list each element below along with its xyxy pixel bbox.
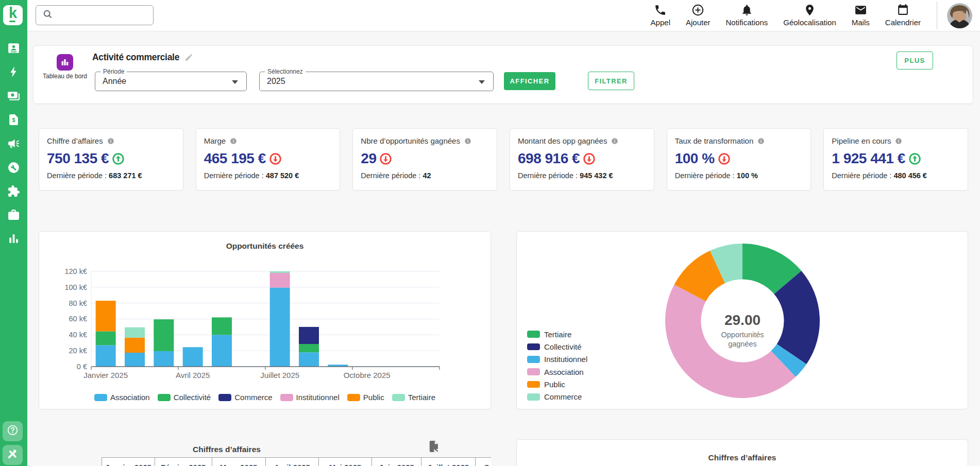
topbar-action-envelope[interactable]: Mails [852,4,870,27]
legend-label: Association [110,393,150,402]
chevron-down-icon [479,80,485,84]
kpi-card: Marge465 195 €Dernière période : 487 520… [196,128,341,191]
bar-segment-association[interactable] [183,347,203,367]
bar-segment-tertiaire[interactable] [270,271,290,273]
table-section-title: Chiffres d’affaires [39,445,415,454]
legend-chip [527,343,540,351]
sidebar-footer-help[interactable] [3,421,23,441]
legend-item-collectivité[interactable]: Collectivité [527,343,587,350]
bar-segment-collectivité[interactable] [96,331,116,345]
bar-segment-collectivité[interactable] [299,344,319,352]
svg-text:60 k€: 60 k€ [69,315,87,323]
bar-segment-tertiaire[interactable] [125,327,145,338]
kpi-card: Pipeline en cours1 925 441 €Dernière pér… [823,128,968,191]
stacked-bar-chart[interactable]: 0 €20 k€40 k€60 k€80 k€100 k€120 k€Janvi… [39,232,492,410]
sidebar-item-briefcase[interactable] [7,209,20,221]
legend-label: Tertiaire [408,393,435,402]
kpi-value: 1 925 441 € [832,150,905,167]
sidebar-item-invoice[interactable]: $ [7,113,20,126]
topbar-action-add-circle[interactable]: Ajouter [686,4,711,27]
bar-segment-association[interactable] [212,335,232,367]
trend-down-icon [583,153,595,165]
info-icon[interactable] [895,137,902,145]
legend-label: Institutionnel [544,355,587,364]
legend-label: Commerce [234,393,272,402]
bar-segment-commerce[interactable] [299,327,319,344]
sidebar-item-wrench-circle[interactable] [7,161,20,174]
filtrer-button[interactable]: FILTRER [588,72,634,90]
donut-chart-legend: TertiaireCollectivitéInstitutionnelAssoc… [527,331,587,401]
user-avatar[interactable] [947,3,972,28]
sidebar-footer-tools[interactable] [3,445,23,465]
sidebar: k $ [0,0,27,466]
bar-segment-association[interactable] [270,288,290,367]
kpi-value: 100 % [675,150,715,167]
sidebar-item-bar-chart[interactable] [7,232,20,245]
legend-item-public[interactable]: Public [347,393,384,402]
bar-segment-public[interactable] [125,338,145,353]
legend-label: Tertiaire [544,330,571,339]
table-column-header: Janvier 2025 [102,458,155,466]
annee-select-value: 2025 [267,77,285,86]
topbar-action-map-pin[interactable]: Géolocalisation [783,4,836,27]
legend-item-collectivité[interactable]: Collectivité [158,393,211,402]
sidebar-item-payments[interactable] [7,90,20,102]
topbar-action-calendar[interactable]: Calendrier [885,4,921,27]
search-box[interactable] [36,5,154,25]
sidebar-item-puzzle[interactable] [7,185,20,198]
bar-segment-collectivité[interactable] [212,317,232,335]
legend-item-public[interactable]: Public [527,381,587,388]
bar-segment-institutionnel[interactable] [270,273,290,288]
sidebar-item-megaphone[interactable] [7,137,20,150]
briefcase-icon [7,209,20,221]
kpi-label: Marge [204,136,226,145]
sidebar-item-contact-card[interactable] [7,42,20,55]
legend-item-association[interactable]: Association [94,393,150,402]
chart-card-title: Chiffres d’affaires [517,453,968,462]
info-icon[interactable] [757,137,765,145]
topbar-action-bell[interactable]: Notifications [726,4,768,27]
envelope-icon [854,4,867,16]
search-input[interactable] [53,6,156,25]
legend-item-tertiaire[interactable]: Tertiaire [392,393,435,402]
bar-segment-collectivité[interactable] [154,319,174,351]
legend-item-association[interactable]: Association [527,368,587,375]
info-icon[interactable] [464,137,471,145]
legend-label: Association [544,368,584,376]
info-icon[interactable] [611,137,618,145]
topbar-action-label: Géolocalisation [783,18,836,27]
topbar-action-label: Ajouter [686,18,711,27]
topbar-action-phone[interactable]: Appel [651,4,670,27]
legend-item-commerce[interactable]: Commerce [218,393,272,402]
info-icon[interactable] [107,137,114,145]
koban-logo[interactable]: k [3,5,23,25]
legend-label: Collectivité [174,393,211,402]
legend-label: Public [363,393,384,402]
opportunites-gagnees-card: 29.00 Opportunitésgagnées TertiaireColle… [516,231,968,409]
kpi-label: Taux de transformation [675,136,754,145]
tools-icon [7,448,19,462]
legend-item-commerce[interactable]: Commerce [527,393,587,401]
sidebar-item-lightning[interactable] [7,65,20,78]
bar-segment-association[interactable] [154,351,174,367]
bar-segment-association[interactable] [299,352,319,367]
payments-icon [7,90,20,102]
trend-down-icon [380,153,392,165]
topbar-divider [937,2,937,29]
periode-select[interactable]: Période Année [95,72,247,91]
bar-segment-public[interactable] [96,301,116,331]
bar-segment-association[interactable] [125,353,145,367]
kpi-label: Nbre d’opportunités gagnées [361,136,460,145]
legend-item-tertiaire[interactable]: Tertiaire [527,331,587,338]
info-icon[interactable] [230,137,237,145]
afficher-button[interactable]: AFFICHER [504,72,555,90]
export-file-icon[interactable] [429,441,440,453]
legend-item-institutionnel[interactable]: Institutionnel [280,393,340,402]
kpi-value: 750 135 € [47,150,109,167]
edit-pencil-icon[interactable] [184,53,193,62]
plus-button[interactable]: PLUS [897,51,933,70]
annee-select[interactable]: Sélectionnez 2025 [259,72,494,91]
legend-item-institutionnel[interactable]: Institutionnel [527,356,587,363]
svg-text:Juillet 2025: Juillet 2025 [260,371,299,379]
bar-segment-association[interactable] [96,345,116,367]
